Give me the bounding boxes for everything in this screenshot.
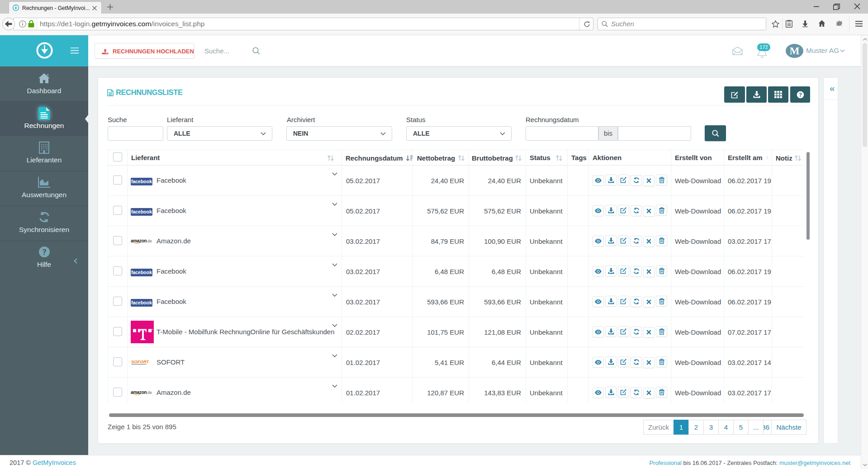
svg-text:.de: .de (147, 239, 152, 243)
svg-text:amazon: amazon (131, 238, 147, 243)
svg-text:amazon: amazon (131, 390, 147, 395)
svg-text:SOFORT: SOFORT (131, 359, 149, 364)
svg-text:.de: .de (147, 390, 152, 395)
